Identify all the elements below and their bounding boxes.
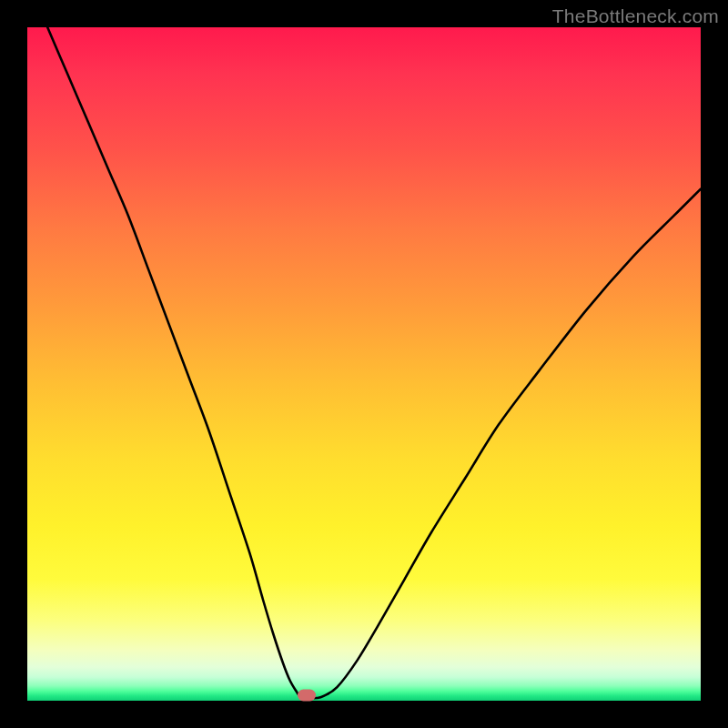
plot-area [27, 27, 701, 701]
optimal-point-marker [298, 690, 316, 702]
bottleneck-curve [27, 27, 701, 701]
chart-container: TheBottleneck.com [0, 0, 728, 728]
watermark-text: TheBottleneck.com [552, 5, 719, 27]
